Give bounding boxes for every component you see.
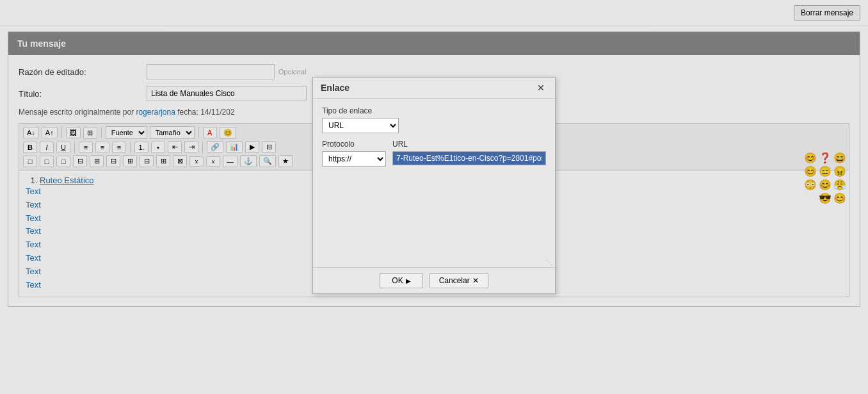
url-col: URL: [392, 140, 546, 167]
modal-cancel-button[interactable]: Cancelar ✕: [430, 273, 488, 288]
modal-empty-space: [322, 173, 546, 250]
protocol-label: Protocolo: [322, 140, 386, 149]
protocol-select[interactable]: https:// http:// ftp:// news://: [322, 151, 386, 167]
tipo-enlace-select[interactable]: URL Anchor en el texto Dirección de e-ma…: [322, 118, 399, 133]
protocol-url-row: Protocolo https:// http:// ftp:// news:/…: [322, 140, 546, 167]
modal-body: Tipo de enlace URL Anchor en el texto Di…: [313, 99, 555, 258]
modal-title: Enlace: [321, 83, 350, 93]
modal-header: Enlace ✕: [313, 78, 555, 99]
enlace-modal: Enlace ✕ Tipo de enlace URL Anchor en el…: [312, 77, 556, 294]
modal-footer: OK ▶ Cancelar ✕: [313, 267, 555, 293]
resize-handle[interactable]: ⋱: [313, 258, 555, 267]
modal-close-button[interactable]: ✕: [534, 83, 547, 93]
url-input[interactable]: [392, 151, 546, 165]
protocol-col: Protocolo https:// http:// ftp:// news:/…: [322, 140, 386, 167]
modal-overlay: Enlace ✕ Tipo de enlace URL Anchor en el…: [0, 0, 868, 312]
url-label: URL: [392, 140, 546, 149]
tipo-enlace-label: Tipo de enlace: [322, 106, 546, 115]
modal-ok-button[interactable]: OK ▶: [380, 273, 422, 288]
